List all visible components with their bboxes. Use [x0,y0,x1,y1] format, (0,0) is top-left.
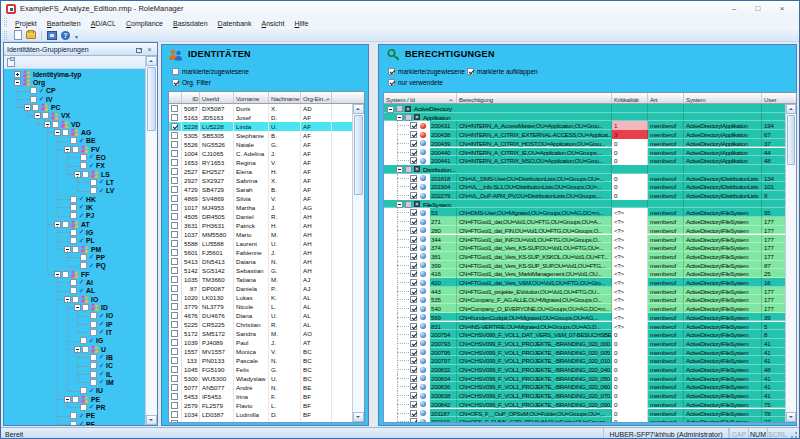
identity-row[interactable]: 1039PJ4089PaulJ.AT [169,338,352,347]
permission-row[interactable]: 443CN=FTGvol1_projekte_EVolution,OU=Vol1… [384,287,785,296]
row-checkbox[interactable] [171,249,178,256]
permission-row[interactable]: 280CN=FTGvol1_dat_FIN,OU=Vol1,OU=FTG,OU=… [384,226,785,235]
row-checkbox[interactable] [410,410,417,417]
tree-checkbox[interactable] [72,296,79,303]
row-checkbox[interactable] [171,357,178,364]
checkbox[interactable] [172,68,179,75]
close-panel-icon[interactable]: × [145,46,154,53]
menu-item-hilfe[interactable]: Hilfe [289,19,313,27]
checkbox[interactable] [467,68,474,75]
scroll-down-icon[interactable] [786,412,796,422]
identity-row[interactable] [169,419,352,422]
row-checkbox[interactable] [410,236,417,243]
tree-node-org[interactable]: Org [14,78,45,86]
toolbar-overflow-icon[interactable]: ▼ [74,31,79,40]
cell-checkbox[interactable] [169,131,182,140]
cell-checkbox[interactable] [169,239,182,248]
identities-scrollbar[interactable] [352,104,364,422]
tree-node-fv[interactable]: FV [64,145,100,153]
cell-checkbox[interactable] [169,266,182,275]
menu-item-bearbeiten[interactable]: Bearbeiten [42,19,86,27]
tree-checkbox[interactable] [30,87,37,94]
tree-node-im[interactable]: ✓IM [90,378,114,386]
cell-checkbox[interactable] [169,347,182,356]
filter-org-filter[interactable]: Org. Filter [172,79,211,86]
tree-checkbox[interactable] [70,196,77,203]
scroll-down-icon[interactable] [353,412,364,422]
cell-checkbox[interactable] [169,284,182,293]
row-checkbox[interactable] [171,348,178,355]
menu-item-projekt[interactable]: Projekt [10,19,42,27]
tree-scrollbar[interactable] [145,56,157,425]
permission-row[interactable]: 200795CN=CHSV099_F_VOL1_PROJEKTE_-BRANDI… [384,348,785,357]
scroll-down-icon[interactable] [146,415,157,425]
tree-checkbox[interactable] [32,104,39,111]
tree-node-io[interactable]: ✓IO [90,312,113,320]
new-document-icon[interactable] [14,30,22,40]
identity-row[interactable]: 1035TM3660TatianaM.AJ [169,275,352,284]
tree-node-u[interactable]: U [74,345,106,353]
tree-checkbox[interactable] [90,362,97,369]
tree-node-fx[interactable]: ✓FX [80,162,105,170]
tree-node-pr[interactable]: ✓PR [80,403,105,411]
tree-checkbox[interactable] [90,321,97,328]
permission-row[interactable]: 344CN=FTGvol1_dat_INF,OU=Vol1,OU=FTG,OU=… [384,235,785,244]
row-checkbox[interactable] [410,175,417,182]
tree-checkbox[interactable] [80,262,87,269]
row-checkbox[interactable] [171,339,178,346]
cell-checkbox[interactable] [169,293,182,302]
identity-row[interactable]: 1557MV1557MonicaV.BC [169,347,352,356]
row-checkbox[interactable] [410,401,417,408]
permission-row[interactable]: 201904CN=VL__Info SL1,OU=DistributionLis… [384,182,785,191]
tree-node-at[interactable]: AT [54,220,90,228]
identity-row[interactable]: 5413DN5413DaianaN.AH [169,257,352,266]
identity-row[interactable]: 1004CJ1065C. AdelinaJ.AF [169,149,352,158]
tree-node-ik[interactable]: ✓IK [70,203,93,211]
tree-node-identitymatyp[interactable]: Identity\ma-typ [14,70,81,78]
permission-row[interactable]: 53CN=DMS-User,OU=Migrated,OU=Groups,OU=A… [384,208,785,217]
cell-checkbox[interactable] [169,230,182,239]
tree-node-al[interactable]: ✓AL [70,287,95,295]
permission-row[interactable]: 201187CN=OFS_F__OuP_OPSxM,OU=Folder,OU=G… [384,409,785,418]
identity-row[interactable]: 5601FJ5601FabienneJ.AH [169,248,352,257]
tree-checkbox[interactable] [62,271,69,278]
row-checkbox[interactable] [410,183,417,190]
row-checkbox[interactable] [171,213,178,220]
row-checkbox[interactable] [171,168,178,175]
permission-row[interactable]: 200441CN=INTERN_A_CITRIX_MSO,OU=Applicat… [384,156,785,165]
tree-checkbox[interactable] [70,204,77,211]
tree-node-lt[interactable]: ✓LT [90,178,114,186]
tree-node-io[interactable]: IO [64,295,98,303]
filter-markierte-aufklappen[interactable]: markierte aufklappen [467,68,538,75]
row-checkbox[interactable] [171,258,178,265]
row-checkbox[interactable] [171,132,178,139]
tree-node-ig[interactable]: ✓IG [70,228,93,236]
resize-grip[interactable] [789,430,798,439]
column-header-Org-Ein...[interactable]: Org-Ein... [301,92,332,103]
column-header-kritikalitt[interactable]: Kritikalität [612,93,648,103]
open-file-icon[interactable] [26,31,36,39]
cell-checkbox[interactable] [169,176,182,185]
tree-node-ip[interactable]: ✓IP [90,320,112,328]
row-checkbox[interactable] [410,279,417,286]
tree-node-ff[interactable]: FF [54,270,89,278]
column-header-berechtigung[interactable]: Berechtigung [457,93,612,103]
cell-checkbox[interactable] [169,113,182,122]
column-header-system[interactable]: System [684,93,762,103]
tree-checkbox[interactable] [72,396,79,403]
row-checkbox[interactable] [410,227,417,234]
tree-node-ig[interactable]: ✓IG [80,337,103,345]
tree-node-id[interactable]: ID [74,303,108,311]
row-checkbox[interactable] [171,393,178,400]
tree-checkbox[interactable] [90,354,97,361]
scroll-up-icon[interactable] [786,104,796,114]
tree-checkbox[interactable] [62,129,69,136]
permission-row[interactable]: 200838CN=CHSV099_F_VOL1_PROJEKTE_-BRANDI… [384,391,785,400]
row-checkbox[interactable] [410,218,417,225]
group-checkbox[interactable] [405,166,412,173]
permission-row[interactable]: 569CN=KundenCockpit,OU=Migrated,OU=Group… [384,313,785,322]
filter-nur-verwendete[interactable]: nur verwendete [388,79,443,86]
permission-row[interactable]: 420CN=FTGvol1_dat_Vers_V&M,OU=Vol1,OU=FT… [384,278,785,287]
permission-row[interactable]: 200439CN=INTERN_A_CITRIX_HOST,OU=Applica… [384,139,785,148]
cell-checkbox[interactable] [169,329,182,338]
